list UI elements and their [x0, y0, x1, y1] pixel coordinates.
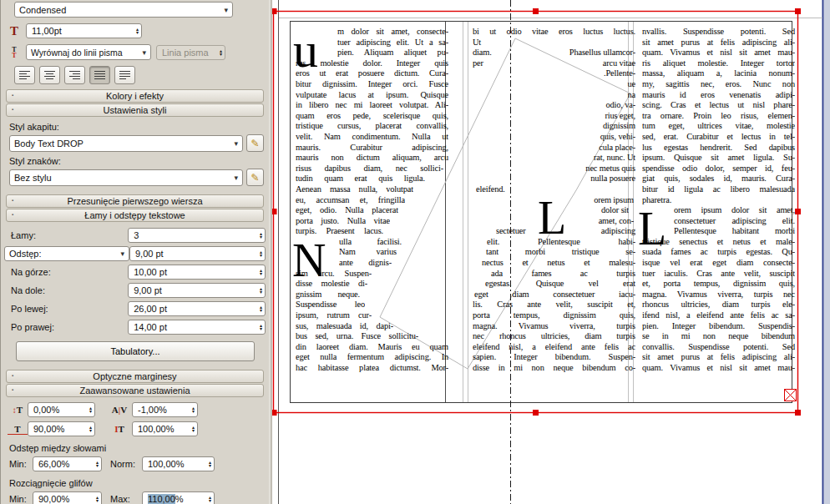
align-center-button[interactable] — [39, 66, 60, 84]
baseline-offset-icon: TT — [4, 47, 24, 58]
spin-arrows-icon: ▴▾ — [220, 49, 222, 56]
selection-handle[interactable] — [795, 410, 801, 416]
section-columns-text-distances[interactable]: ▪ Łamy i odstępy tekstowe — [6, 209, 264, 222]
ge-min-value: 90,00% — [38, 494, 94, 504]
ge-max-label: Max: — [110, 494, 142, 504]
chevron-down-icon: ▾ — [142, 48, 146, 57]
ws-norm-label: Norm: — [110, 459, 142, 469]
section-colors-effects[interactable]: ▪ Kolory i efekty — [6, 89, 264, 103]
word-spacing-label: Odstęp między słowami — [9, 443, 269, 453]
glyph-min-spinbox[interactable]: 90,00% ▴▾ — [33, 491, 102, 504]
align-justify-icon — [94, 71, 105, 79]
gap-spinbox[interactable]: 9,00 pt ▴▾ — [129, 246, 266, 261]
distance-left-spinbox[interactable]: 26,00 pt ▴▾ — [128, 301, 266, 316]
line-spacing-value: Linia pisma — [162, 48, 217, 58]
selection-handle[interactable] — [795, 8, 801, 14]
document-canvas[interactable]: m dolor sit amet, consecte-tuer adipisci… — [272, 0, 830, 504]
spin-arrows-icon: ▴▾ — [260, 305, 262, 312]
char-style-value: Bez stylu — [14, 173, 230, 183]
align-justify-button[interactable] — [89, 66, 110, 84]
word-spacing-min-spinbox[interactable]: 66,00% ▴▾ — [33, 456, 102, 471]
spin-arrows-icon: ▴▾ — [209, 496, 211, 502]
spin-arrows-icon: ▴▾ — [89, 426, 92, 432]
paragraph-style-select[interactable]: Body Text DROP ▾ — [9, 135, 243, 152]
char-style-select[interactable]: Bez stylu ▾ — [9, 169, 243, 186]
chevron-down-icon: ▾ — [224, 6, 228, 14]
font-size-icon: T — [4, 24, 24, 38]
distance-left-value: 26,00 pt — [134, 304, 257, 314]
align-center-icon — [44, 71, 55, 79]
distance-right-value: 14,00 pt — [134, 322, 257, 332]
selection-handle[interactable] — [272, 410, 277, 416]
align-forced-button[interactable] — [114, 66, 135, 84]
selection-handles[interactable] — [272, 8, 801, 416]
font-style-value: Condensed — [19, 5, 220, 15]
glyph-max-spinbox[interactable]: 110,00% ▴▾ — [142, 491, 215, 504]
selection-rect[interactable] — [274, 12, 798, 413]
distance-bottom-spinbox[interactable]: 9,00 pt ▴▾ — [128, 283, 266, 298]
edit-char-style-button[interactable]: ✎ — [246, 169, 264, 186]
scale-width-icon: T — [8, 424, 28, 435]
selection-handle[interactable] — [272, 8, 277, 14]
section-style-settings[interactable]: ▪ Ustawienia styli — [6, 103, 264, 117]
selection-handle[interactable] — [795, 209, 801, 214]
pencil-icon: ✎ — [251, 138, 259, 149]
scale-height-value: 100,00% — [138, 424, 190, 434]
section-advanced-settings[interactable]: ▪ Zaawansowane ustawienia — [6, 384, 264, 397]
ws-min-label: Min: — [9, 459, 33, 469]
chevron-down-icon: ▾ — [234, 174, 238, 182]
align-left-icon — [19, 71, 30, 79]
font-size-spinbox[interactable]: 11,00pt ▴▾ — [26, 23, 142, 38]
align-left-button[interactable] — [14, 66, 35, 84]
spin-arrows-icon: ▴▾ — [89, 406, 92, 413]
section-label: Kolory i efekty — [106, 91, 164, 101]
align-forced-icon — [119, 71, 130, 79]
chevron-down-icon: ▾ — [234, 139, 238, 148]
align-right-button[interactable] — [64, 66, 85, 84]
collapse-marker-icon: ▪ — [12, 387, 13, 392]
spin-arrows-icon: ▴▾ — [96, 496, 99, 502]
ws-norm-value: 100,00% — [148, 459, 206, 469]
tracking-spinbox[interactable]: -1,00% ▴▾ — [132, 402, 198, 417]
section-label: Łamy i odstępy tekstowe — [84, 210, 185, 220]
scale-width-spinbox[interactable]: 90,00% ▴▾ — [28, 421, 95, 436]
gap-type-select[interactable]: Odstęp: ▾ — [4, 246, 129, 261]
section-label: Zaawansowane ustawienia — [79, 386, 190, 396]
distance-bottom-value: 9,00 pt — [134, 285, 257, 295]
distance-top-value: 10,00 pt — [134, 267, 257, 277]
text-overflow-icon[interactable] — [785, 390, 797, 401]
scale-height-spinbox[interactable]: 100,00% ▴▾ — [132, 421, 198, 436]
baseline-shift-icon: ↕T — [8, 405, 28, 415]
scale-width-value: 90,00% — [33, 424, 87, 434]
distance-top-spinbox[interactable]: 10,00 pt ▴▾ — [128, 265, 266, 280]
tabulators-button[interactable]: Tabulatory... — [16, 341, 255, 361]
tracking-icon: A|V — [107, 405, 132, 415]
selection-handle[interactable] — [533, 8, 539, 14]
baseline-shift-spinbox[interactable]: 0,00% ▴▾ — [28, 402, 95, 417]
tracking-value: -1,00% — [138, 405, 190, 415]
section-label: Optyczne marginesy — [93, 371, 176, 381]
columns-spinbox[interactable]: 3 ▴▾ — [128, 228, 266, 243]
edit-paragraph-style-button[interactable]: ✎ — [246, 134, 264, 152]
line-spacing-mode-value: Wyrównaj do linii pisma — [31, 48, 139, 58]
section-optical-margins[interactable]: ▪ Optyczne marginesy — [6, 370, 264, 383]
distance-left-label: Po lewej: — [4, 304, 128, 314]
spin-arrows-icon: ▴▾ — [260, 250, 262, 257]
selection-handle[interactable] — [533, 410, 539, 416]
spin-arrows-icon: ▴▾ — [260, 324, 262, 330]
selection-handle[interactable] — [272, 209, 277, 214]
distance-bottom-label: Na dole: — [4, 285, 128, 295]
line-spacing-mode-select[interactable]: Wyrównaj do linii pisma ▾ — [26, 44, 151, 60]
spin-arrows-icon: ▴▾ — [96, 461, 99, 467]
distance-right-label: Po prawej: — [4, 322, 128, 332]
section-first-line-offset[interactable]: ▪ Przesunięcie pierwszego wiersza — [6, 194, 264, 208]
paragraph-style-value: Body Text DROP — [14, 139, 230, 149]
spin-arrows-icon: ▴▾ — [192, 426, 195, 432]
section-label: Przesunięcie pierwszego wiersza — [67, 196, 202, 206]
spin-arrows-icon: ▴▾ — [192, 406, 195, 413]
collapse-marker-icon: ▪ — [12, 198, 13, 203]
section-label: Ustawienia styli — [104, 105, 167, 115]
font-style-select[interactable]: Condensed ▾ — [14, 2, 233, 18]
distance-right-spinbox[interactable]: 14,00 pt ▴▾ — [128, 320, 266, 335]
word-spacing-norm-spinbox[interactable]: 100,00% ▴▾ — [142, 456, 215, 471]
